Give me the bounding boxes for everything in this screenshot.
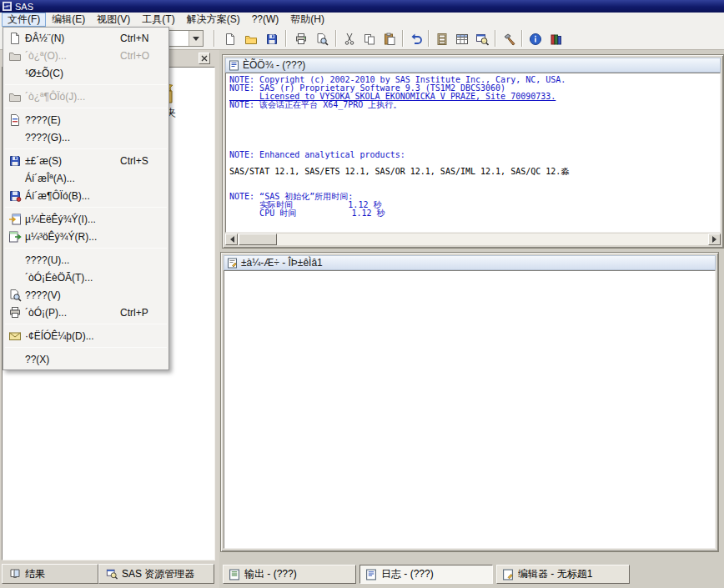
scroll-right-button[interactable] (708, 234, 721, 245)
books-help-button[interactable] (546, 29, 566, 48)
menu-item-unknown-g[interactable]: ????(G)... (3, 128, 168, 146)
dock-close-button[interactable] (199, 53, 210, 64)
menu-separator (5, 108, 167, 108)
table-editor-button[interactable] (452, 29, 472, 48)
menu-item-label: ·¢ËÍÓÊ¼þ(D)... (25, 330, 120, 342)
window-button-label: 日志 - (???) (381, 567, 434, 581)
menu-item-import-data[interactable]: µ¼ÈëÊý¾Ý(I)... (3, 210, 168, 228)
window-button-editor[interactable]: 编辑器 - 无标题1 (496, 565, 630, 584)
tab-results[interactable]: 结果 (2, 564, 98, 584)
menu-item-exit[interactable]: ??(X) (3, 350, 168, 368)
menu-file[interactable]: 文件(F) (2, 13, 46, 27)
menu-help[interactable]: 帮助(H) (284, 13, 330, 27)
toolbar-separator (495, 30, 496, 47)
menu-item-label: ¹Ø±Õ(C) (25, 68, 120, 79)
document-icon (5, 113, 25, 127)
scroll-left-button[interactable] (225, 234, 238, 245)
scrollbar-track[interactable] (277, 234, 708, 245)
window-button-log[interactable]: 日志 - (???) (359, 565, 493, 584)
log-line: SAS/STAT 12.1, SAS/ETS 12.1, SAS/OR 12.1… (229, 168, 716, 176)
toolbar-separator (285, 30, 287, 47)
explorer-magnifier-icon (106, 568, 118, 580)
copy-icon (363, 33, 376, 46)
combo-dropdown-button[interactable] (189, 31, 203, 46)
window-title: SAS (15, 2, 33, 12)
results-book-icon (9, 568, 21, 580)
explorer-button[interactable] (472, 29, 492, 48)
title-bar[interactable]: SAS (0, 0, 724, 13)
undo-button[interactable] (406, 29, 426, 48)
menu-separator (5, 148, 167, 149)
menu-item-unknown-e[interactable]: ????(E) (3, 111, 168, 128)
table-editor-icon (455, 33, 469, 46)
window-button-label: 编辑器 - 无标题1 (518, 567, 592, 581)
menu-item-open-object[interactable]: ´ò¿ª¶ÔÏó(J)... (3, 88, 168, 105)
log-window-icon (365, 569, 377, 580)
cut-button[interactable] (339, 29, 359, 48)
editor-window-titlebar[interactable]: ±à¼-Æ÷ - ÎÞ±êÌâ1 (224, 255, 716, 270)
triangle-left-icon (227, 236, 234, 243)
window-button-output[interactable]: 输出 - (???) (223, 565, 356, 584)
save-button[interactable] (262, 29, 282, 48)
import-data-icon (5, 213, 25, 226)
menu-item-close[interactable]: ¹Ø±Õ(C) (3, 64, 168, 82)
menu-item-print-setup[interactable]: ´òÓ¡ÉèÖÃ(T)... (3, 269, 168, 286)
menu-item-print-preview[interactable]: ????(V) (3, 286, 168, 304)
toolbar-separator (335, 30, 337, 47)
log-line: NOTE: Enhanced analytical products: (229, 151, 716, 159)
menu-item-label: ´ò¿ª(O)... (25, 50, 120, 62)
new-library-button[interactable] (432, 29, 452, 48)
menu-solutions[interactable]: 解决方案(S) (181, 13, 246, 27)
paste-icon (383, 33, 396, 46)
log-horizontal-scrollbar[interactable] (225, 233, 721, 245)
menu-item-new[interactable]: ÐÂ½¨(N) Ctrl+N (3, 29, 168, 47)
tab-sas-explorer[interactable]: SAS 资源管理器 (98, 564, 214, 584)
menu-item-shortcut: Ctrl+P (120, 307, 167, 319)
menu-item-label: µ¼³öÊý¾Ý(R)... (25, 231, 120, 243)
toolbar-separator (402, 30, 404, 47)
menu-item-print[interactable]: ´òÓ¡(P)... Ctrl+P (3, 304, 168, 321)
tools-icon (503, 33, 516, 46)
menu-item-save[interactable]: ±£´æ(S) Ctrl+S (3, 152, 168, 169)
log-line (229, 109, 716, 118)
menu-item-save-object[interactable]: Áí´æ¶ÔÏó(B)... (3, 187, 168, 204)
menu-window[interactable]: ??(W) (246, 13, 285, 27)
log-window-titlebar[interactable]: ÈÕÖ¾ - (???) (225, 58, 721, 73)
menu-bar: 文件(F) 编辑(E) 视图(V) 工具(T) 解决方案(S) ??(W) 帮助… (0, 13, 724, 27)
menu-item-send-mail[interactable]: ·¢ËÍÓÊ¼þ(D)... (3, 327, 168, 344)
folder-icon (5, 90, 25, 103)
new-document-icon (5, 32, 25, 45)
print-icon (5, 306, 25, 319)
new-document-button[interactable] (220, 29, 240, 48)
open-folder-button[interactable] (241, 29, 261, 48)
editor-text-area[interactable] (224, 270, 716, 549)
scrollbar-thumb[interactable] (239, 234, 277, 245)
sas-application-window: SAS 文件(F) 编辑(E) 视图(V) 工具(T) 解决方案(S) ??(W… (0, 0, 724, 588)
menu-item-label: Áí´æ¶ÔÏó(B)... (25, 190, 120, 202)
menu-item-unknown-u[interactable]: ????(U)... (3, 251, 168, 269)
menu-edit[interactable]: 编辑(E) (46, 13, 91, 27)
menu-item-label: µ¼ÈëÊý¾Ý(I)... (25, 214, 120, 225)
new-library-icon (435, 33, 449, 46)
menu-tools[interactable]: 工具(T) (136, 13, 180, 27)
copy-button[interactable] (359, 29, 380, 48)
log-line (229, 134, 716, 143)
menu-separator (5, 347, 167, 348)
menu-item-save-as[interactable]: Áí´æÎª(A)... (3, 169, 168, 187)
tab-explorer-label: SAS 资源管理器 (122, 567, 194, 581)
menu-item-open[interactable]: ´ò¿ª(O)... Ctrl+O (3, 47, 168, 64)
output-window-icon (229, 569, 240, 580)
log-line (229, 176, 716, 184)
books-icon (550, 33, 563, 46)
print-preview-button[interactable] (312, 29, 332, 48)
undo-icon (410, 33, 423, 46)
menu-item-label: ±£´æ(S) (25, 155, 120, 167)
menu-item-label: Áí´æÎª(A)... (25, 173, 120, 184)
tools-button[interactable] (500, 29, 520, 48)
menu-view[interactable]: 视图(V) (91, 13, 136, 27)
paste-button[interactable] (380, 29, 400, 48)
help-info-button[interactable] (525, 29, 546, 48)
menu-item-export-data[interactable]: µ¼³öÊý¾Ý(R)... (3, 228, 168, 245)
print-button[interactable] (291, 29, 311, 48)
window-button-label: 输出 - (???) (244, 567, 297, 581)
